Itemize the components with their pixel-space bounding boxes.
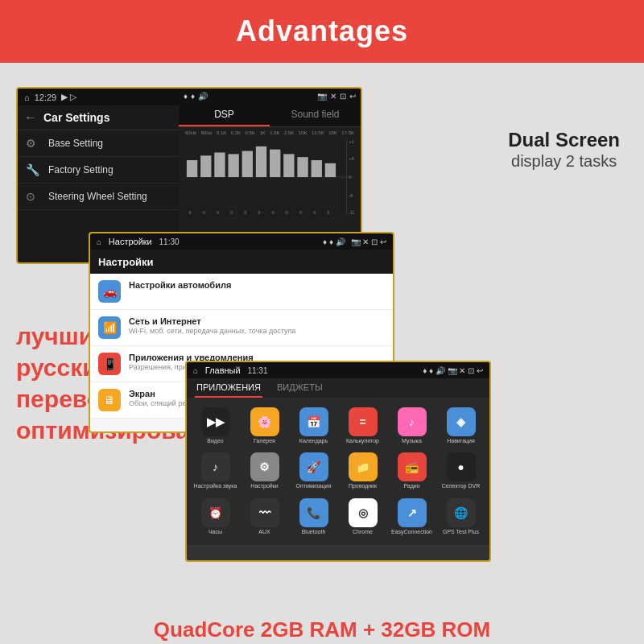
factory-setting-icon: 🔧 [26, 163, 40, 176]
menu-item-factory[interactable]: 🔧 Factory Setting [18, 157, 179, 184]
tab-dsp[interactable]: DSP [179, 104, 270, 126]
app-item[interactable]: =Калькулятор [339, 404, 386, 448]
s2-screen-icon: 🖥 [98, 389, 121, 411]
s2-left: ⌂ Настройки 11:30 [97, 237, 180, 246]
svg-text:0: 0 [299, 211, 302, 215]
svg-text:0: 0 [272, 211, 275, 215]
svg-rect-9 [283, 154, 294, 177]
app-item[interactable]: ⚙Настройки [241, 449, 288, 493]
app-item[interactable]: ♪Музыка [388, 404, 436, 448]
app-item[interactable]: ⏰Часы [192, 495, 239, 539]
signal-icon: ♦ [191, 92, 195, 101]
svg-rect-2 [187, 160, 197, 177]
app-icon: 🚀 [299, 452, 328, 481]
wifi-icon: ♦ [184, 92, 188, 101]
menu-item-base[interactable]: ⚙ Base Setting [18, 130, 179, 157]
header: Advantages [0, 0, 644, 63]
s2-item-net[interactable]: 📶 Сеть и Интернет Wi-Fi, моб. сети, пере… [90, 310, 393, 346]
s2-right: ♦ ♦ 🔊 📷 ✕ ⊡ ↩ [323, 237, 386, 246]
tab-apps[interactable]: ПРИЛОЖЕНИЯ [195, 378, 262, 398]
page-title: Advantages [236, 14, 408, 47]
menu-item-steering[interactable]: ⊙ Steering Wheel Setting [18, 184, 179, 210]
s3-home-icon: ⌂ [193, 366, 198, 375]
bottom-specs: QuadCore 2GB RAM + 32GB ROM [0, 617, 644, 642]
back-arrow-icon[interactable]: ← [24, 110, 37, 125]
cs-title: Car Settings [43, 111, 109, 124]
eq-freq-labels: 60Hz 80Hz 0.1K 0.2K 0.5K 1K 1.5K 2.5K 10… [185, 130, 354, 135]
topbar-icons: ▶ ▷ [61, 92, 76, 102]
dual-screen-subtitle: display 2 tasks [508, 152, 620, 171]
svg-text:0: 0 [217, 211, 219, 215]
app-item[interactable]: ▶▶Видео [192, 404, 239, 448]
app-item[interactable]: 📞Bluetooth [290, 495, 337, 539]
svg-text:-6: -6 [349, 193, 353, 198]
s2-net-title: Сеть и Интернет [129, 316, 295, 326]
svg-text:0: 0 [349, 175, 351, 180]
app-label: Селектор DVR [442, 483, 480, 489]
s2-apps-icon: 📱 [98, 353, 121, 375]
app-item[interactable]: ↗EasyConnection [388, 495, 436, 539]
svg-rect-3 [200, 155, 211, 177]
steering-icon: ⊙ [26, 190, 40, 203]
app-label: GPS Test Plus [443, 529, 479, 535]
app-label: Навигация [447, 438, 475, 444]
s2-car-title: Настройки автомобиля [129, 280, 231, 290]
svg-text:0: 0 [313, 211, 316, 215]
dual-screen-text: Dual Screen display 2 tasks [508, 127, 620, 171]
s2-car-text: Настройки автомобиля [129, 280, 231, 290]
svg-text:0: 0 [286, 211, 288, 215]
svg-text:+12: +12 [349, 139, 354, 144]
svg-rect-8 [270, 150, 280, 177]
app-icon: ♪ [201, 452, 230, 481]
s2-topbar: ⌂ Настройки 11:30 ♦ ♦ 🔊 📷 ✕ ⊡ ↩ [90, 233, 393, 250]
tab-sound-field[interactable]: Sound field [270, 104, 361, 126]
app-label: Bluetooth [302, 529, 326, 535]
app-item[interactable]: 📻Радио [388, 449, 436, 493]
app-icon: ↗ [398, 498, 427, 527]
svg-rect-12 [325, 163, 336, 177]
s2-signal: ♦ ♦ 🔊 [323, 237, 345, 246]
app-label: Радио [403, 483, 419, 489]
app-icon: ▶▶ [201, 407, 230, 436]
app-item[interactable]: 📁Проводник [339, 449, 386, 493]
app-label: Музыка [402, 438, 422, 444]
dsp-tabs: DSP Sound field [179, 104, 361, 127]
s2-car-icon: 🚗 [98, 280, 121, 303]
app-label: Chrome [353, 529, 373, 535]
app-item[interactable]: ◎Chrome [339, 495, 386, 539]
app-icon: 📅 [299, 407, 328, 436]
svg-text:0: 0 [328, 211, 330, 215]
app-item[interactable]: 〰AUX [241, 495, 288, 539]
dsp-topbar-right: 📷 ✕ ⊡ ↩ [317, 92, 356, 101]
app-item[interactable]: 🚀Оптимизация [290, 449, 337, 493]
tab-widgets[interactable]: ВИДЖЕТЫ [275, 378, 324, 398]
s2-time: 11:30 [159, 237, 180, 246]
cs-back-row: ← Car Settings [18, 105, 179, 130]
app-item[interactable]: ◈Навигация [437, 404, 485, 448]
cs-topbar: ⌂ 12:29 ▶ ▷ [18, 89, 179, 105]
s2-title: Настройки [109, 237, 152, 246]
svg-rect-11 [312, 160, 322, 177]
s3-time: 11:31 [247, 366, 267, 375]
app-icon: ● [447, 452, 476, 481]
app-label: Оптимизация [296, 483, 332, 489]
app-item[interactable]: 🌐GPS Test Plus [437, 495, 485, 539]
s2-item-car[interactable]: 🚗 Настройки автомобиля [90, 274, 393, 310]
spec-separator: + [363, 617, 381, 642]
app-icon: ◈ [447, 407, 476, 436]
app-label: Часы [208, 529, 222, 535]
app-label: Галерея [254, 438, 275, 444]
s2-net-subtitle: Wi-Fi, моб. сети, передача данных, точка… [129, 327, 295, 335]
screen3-apps: ⌂ Главный 11:31 ♦ ♦ 🔊 📷 ✕ ⊡ ↩ ПРИЛОЖЕНИЯ… [185, 361, 491, 562]
app-icon: = [349, 407, 378, 436]
app-item[interactable]: ●Селектор DVR [437, 449, 485, 493]
app-item[interactable]: 🌸Галерея [241, 404, 288, 448]
camera-icon: 📷 [317, 92, 327, 101]
s2-settings-header: Настройки [90, 250, 393, 274]
svg-rect-7 [256, 147, 266, 177]
app-item[interactable]: ♪Настройка звука [192, 449, 239, 493]
app-item[interactable]: 📅Календарь [290, 404, 337, 448]
app-icon: 📻 [398, 452, 427, 481]
spec-part1: QuadCore 2GB RAM [154, 617, 357, 642]
app-icon: ⚙ [250, 452, 279, 481]
